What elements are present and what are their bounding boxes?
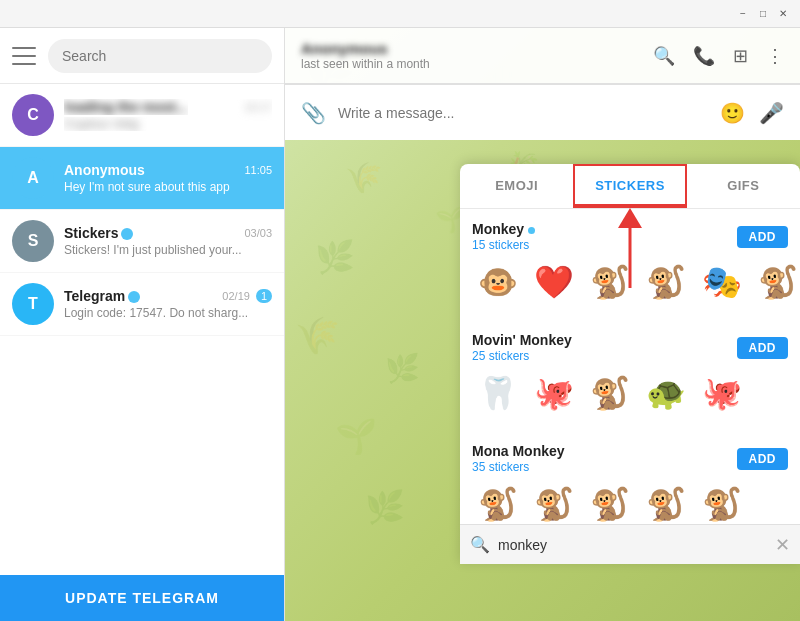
message-input[interactable] <box>338 105 720 121</box>
maximize-button[interactable]: □ <box>754 5 772 23</box>
chat-preview: Cryptsur mktg <box>64 117 272 131</box>
sticker-thumb[interactable]: 🐒 <box>640 256 692 308</box>
update-telegram-button[interactable]: UPDATE TELEGRAM <box>0 575 284 621</box>
pack-name: Monkey <box>472 221 535 237</box>
pack-name: Movin' Monkey <box>472 332 572 348</box>
chat-time: 03/03 <box>244 227 272 239</box>
chat-name: loading the most... <box>64 99 188 115</box>
sticker-thumb[interactable]: 🦷 <box>472 367 524 419</box>
columns-icon[interactable]: ⊞ <box>733 45 748 67</box>
sticker-thumb[interactable]: 🐒 <box>584 478 636 524</box>
sticker-row: 🐒🐒🐒🐒🐒 <box>472 478 788 524</box>
chat-time: 10:17 <box>244 101 272 113</box>
svg-text:🌱: 🌱 <box>335 416 378 457</box>
sticker-tabs: EMOJISTICKERSGIFS <box>460 164 800 209</box>
emoji-icon[interactable]: 🙂 <box>720 101 745 125</box>
sticker-thumb[interactable]: 🐒 <box>528 478 580 524</box>
svg-text:🌾: 🌾 <box>345 160 383 196</box>
svg-text:🌿: 🌿 <box>385 352 420 385</box>
add-pack-button[interactable]: ADD <box>737 226 789 248</box>
chat-header: Anonymous last seen within a month 🔍 📞 ⊞… <box>285 28 800 84</box>
avatar: S <box>12 220 54 262</box>
chat-name: Anonymous <box>64 162 145 178</box>
chat-time: 11:05 <box>244 164 272 176</box>
chat-info: Stickers 03/03 Stickers! I'm just publis… <box>64 225 272 257</box>
sticker-tab-emoji[interactable]: EMOJI <box>460 164 573 208</box>
sticker-thumb[interactable]: 🐒 <box>696 478 748 524</box>
sidebar: C loading the most... 10:17 Cryptsur mkt… <box>0 28 285 621</box>
sticker-tab-stickers[interactable]: STICKERS <box>573 164 686 208</box>
contact-name: Anonymous <box>301 40 653 57</box>
sticker-thumb[interactable]: 🐒 <box>640 478 692 524</box>
sticker-panel: EMOJISTICKERSGIFS Monkey 15 stickers ADD… <box>460 164 800 564</box>
search-input[interactable] <box>48 39 272 73</box>
sticker-thumb[interactable]: 🐙 <box>528 367 580 419</box>
sticker-thumb[interactable]: 🎭 <box>696 256 748 308</box>
attach-icon[interactable]: 📎 <box>301 101 326 125</box>
phone-icon[interactable]: 📞 <box>693 45 715 67</box>
sticker-thumb[interactable]: 🐒 <box>584 367 636 419</box>
chat-info: Telegram 02/191 Login code: 17547. Do no… <box>64 288 272 320</box>
chat-list-item-chat1[interactable]: C loading the most... 10:17 Cryptsur mkt… <box>0 84 284 147</box>
avatar: C <box>12 94 54 136</box>
sticker-search-icon: 🔍 <box>470 535 490 554</box>
sticker-thumb[interactable]: ❤️ <box>528 256 580 308</box>
sticker-pack: Movin' Monkey 25 stickers ADD 🦷🐙🐒🐢🐙 <box>460 320 800 431</box>
chat-info: loading the most... 10:17 Cryptsur mktg <box>64 99 272 131</box>
sticker-thumb[interactable]: 🐙 <box>696 367 748 419</box>
sticker-row: 🦷🐙🐒🐢🐙 <box>472 367 788 419</box>
add-pack-button[interactable]: ADD <box>737 448 789 470</box>
sticker-thumb[interactable]: 🐒 <box>472 478 524 524</box>
message-bar: 📎 🙂 🎤 <box>285 84 800 140</box>
sticker-pack: Mona Monkey 35 stickers ADD 🐒🐒🐒🐒🐒 <box>460 431 800 524</box>
pack-count: 25 stickers <box>472 349 572 363</box>
pack-count: 35 stickers <box>472 460 565 474</box>
chat-header-actions: 🔍 📞 ⊞ ⋮ <box>653 45 784 67</box>
chat-list: C loading the most... 10:17 Cryptsur mkt… <box>0 84 284 575</box>
minimize-button[interactable]: − <box>734 5 752 23</box>
pack-name: Mona Monkey <box>472 443 565 459</box>
sticker-tab-gifs[interactable]: GIFS <box>687 164 800 208</box>
avatar: A <box>12 157 54 199</box>
sticker-search-input[interactable] <box>498 537 775 553</box>
svg-text:🌾: 🌾 <box>295 314 340 357</box>
chat-name: Telegram <box>64 288 140 304</box>
hamburger-menu[interactable] <box>12 44 36 68</box>
chat-preview: Login code: 17547. Do not sharg... <box>64 306 272 320</box>
message-actions: 🙂 🎤 <box>720 101 784 125</box>
search-icon[interactable]: 🔍 <box>653 45 675 67</box>
contact-status: last seen within a month <box>301 57 653 71</box>
add-pack-button[interactable]: ADD <box>737 337 789 359</box>
chat-list-item-chat3[interactable]: S Stickers 03/03 Stickers! I'm just publ… <box>0 210 284 273</box>
sticker-thumb[interactable]: 🐢 <box>640 367 692 419</box>
sticker-search-bar: 🔍 ✕ <box>460 524 800 564</box>
svg-text:🌿: 🌿 <box>315 238 355 276</box>
chat-list-item-chat4[interactable]: T Telegram 02/191 Login code: 17547. Do … <box>0 273 284 336</box>
chat-name: Stickers <box>64 225 133 241</box>
sidebar-header <box>0 28 284 84</box>
sticker-thumb[interactable]: 🐵 <box>472 256 524 308</box>
chat-list-item-chat2[interactable]: A Anonymous 11:05 Hey I'm not sure about… <box>0 147 284 210</box>
red-arrow-indicator <box>618 208 642 228</box>
chat-time: 02/191 <box>222 290 272 302</box>
mic-icon[interactable]: 🎤 <box>759 101 784 125</box>
more-options-icon[interactable]: ⋮ <box>766 45 784 67</box>
chat-area: 🌿 🌱 🌾 🌵 🌿 🌱 🌾 🌵 🌿 🌱 🌾 🎋 🌿 🍀 Anonymous <box>285 28 800 621</box>
sticker-search-clear-button[interactable]: ✕ <box>775 534 790 556</box>
red-arrow-line <box>629 228 632 288</box>
svg-text:🌿: 🌿 <box>365 488 405 526</box>
titlebar: − □ ✕ <box>0 0 800 28</box>
chat-preview: Stickers! I'm just published your... <box>64 243 272 257</box>
contact-info: Anonymous last seen within a month <box>301 40 653 71</box>
avatar: T <box>12 283 54 325</box>
pack-count: 15 stickers <box>472 238 535 252</box>
sticker-thumb[interactable]: 🐒 <box>752 256 800 308</box>
chat-info: Anonymous 11:05 Hey I'm not sure about t… <box>64 162 272 194</box>
close-button[interactable]: ✕ <box>774 5 792 23</box>
pack-dot <box>528 227 535 234</box>
chat-preview: Hey I'm not sure about this app <box>64 180 272 194</box>
main-layout: C loading the most... 10:17 Cryptsur mkt… <box>0 28 800 621</box>
